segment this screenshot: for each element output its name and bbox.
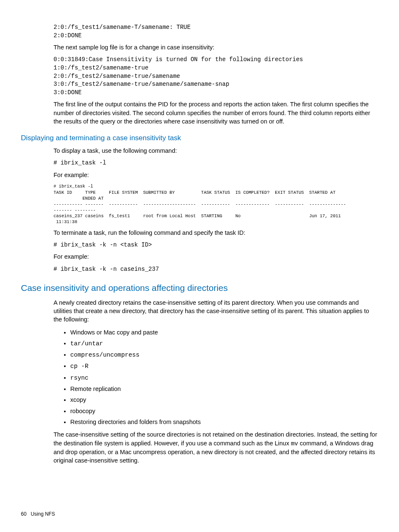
paragraph-next-sample: The next sample log file is for a change… xyxy=(54,43,378,51)
list-item-code: cp -R xyxy=(70,363,89,370)
list-item: Remote replication xyxy=(70,385,378,393)
code-block-1: 2:0:/fs_test1/samename-T/samename: TRUE … xyxy=(54,23,378,40)
para-display-task: To display a task, use the following com… xyxy=(54,146,378,155)
list-item-code: tar/untar xyxy=(70,340,103,347)
code-block-2: 0:0:31849:Case Insensitivity is turned O… xyxy=(54,56,378,97)
label-for-example-1: For example: xyxy=(54,171,378,179)
section-1-body: To display a task, use the following com… xyxy=(54,146,378,273)
list-item: cp -R xyxy=(70,362,378,370)
page-number: 60 xyxy=(21,511,26,517)
list-item-code: rsync xyxy=(70,375,89,381)
list-item: robocopy xyxy=(70,407,378,415)
page: 2:0:/fs_test1/samename-T/samename: TRUE … xyxy=(0,0,399,532)
inline-code-mv: mv xyxy=(291,440,298,447)
cmd-ibrix-task-l: # ibrix_task -l xyxy=(54,159,378,167)
section-heading-displaying: Displaying and terminating a case insens… xyxy=(21,133,378,143)
para-terminate-task: To terminate a task, run the following c… xyxy=(54,229,378,237)
list-item: xcopy xyxy=(70,396,378,404)
page-footer: 60 Using NFS xyxy=(21,511,55,518)
label-for-example-2: For example: xyxy=(54,252,378,261)
code-block-task-listing: # ibrix_task -l TASK ID TYPE FILE SYSTEM… xyxy=(54,183,378,225)
para-newly-created: A newly created directory retains the ca… xyxy=(54,298,378,324)
list-item-code: compress/uncompress xyxy=(70,352,139,358)
cmd-ibrix-task-k-example: # ibrix_task -k -n caseins_237 xyxy=(54,265,378,274)
bullet-list: Windows or Mac copy and paste tar/untar … xyxy=(54,328,378,427)
cmd-ibrix-task-k: # ibrix_task -k -n <task ID> xyxy=(54,241,378,249)
footer-chapter: Using NFS xyxy=(31,511,55,517)
section-heading-case-insensitivity: Case insensitivity and operations affect… xyxy=(21,282,378,294)
list-item: Windows or Mac copy and paste xyxy=(70,328,378,337)
para-source-not-retained: The case-insensitive setting of the sour… xyxy=(54,430,378,465)
list-item: tar/untar xyxy=(70,339,378,348)
section-2-body: A newly created directory retains the ca… xyxy=(54,298,378,465)
list-item: Restoring directories and folders from s… xyxy=(70,418,378,426)
list-item: compress/uncompress xyxy=(70,350,378,359)
paragraph-pid-explanation: The first line of the output contains th… xyxy=(54,100,378,126)
list-item: rsync xyxy=(70,373,378,382)
content-block-top: 2:0:/fs_test1/samename-T/samename: TRUE … xyxy=(54,23,378,126)
